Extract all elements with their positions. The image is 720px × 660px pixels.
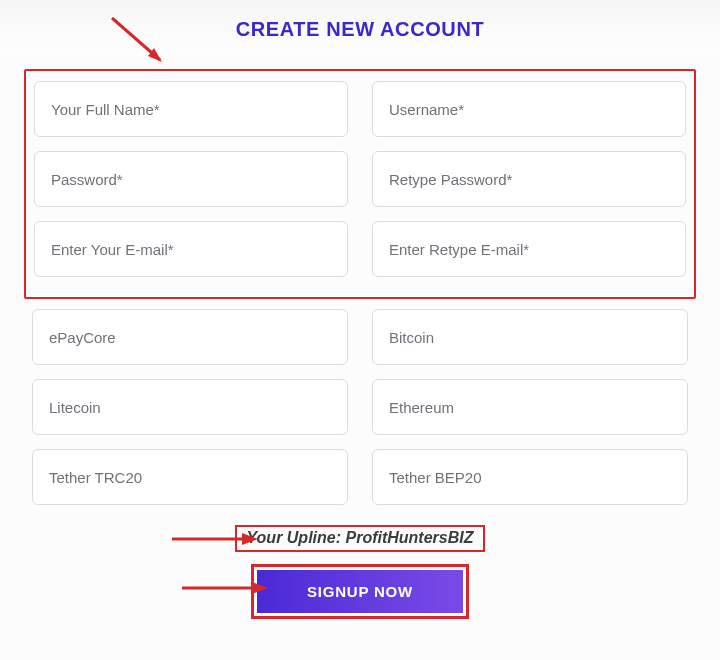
retype-password-field[interactable] <box>372 151 686 207</box>
password-input[interactable] <box>51 171 331 188</box>
page-title: CREATE NEW ACCOUNT <box>0 0 720 55</box>
retype-email-field[interactable] <box>372 221 686 277</box>
option-epaycore[interactable]: ePayCore <box>32 309 348 365</box>
option-tether-bep20[interactable]: Tether BEP20 <box>372 449 688 505</box>
signup-form: ePayCore Bitcoin Litecoin Ethereum Tethe… <box>0 69 720 619</box>
email-input[interactable] <box>51 241 331 258</box>
email-field[interactable] <box>34 221 348 277</box>
password-field[interactable] <box>34 151 348 207</box>
upline-label: Your Upline: ProfitHuntersBIZ <box>235 525 486 552</box>
signup-highlight: SIGNUP NOW <box>251 564 469 619</box>
option-litecoin[interactable]: Litecoin <box>32 379 348 435</box>
full-name-input[interactable] <box>51 101 331 118</box>
option-tether-trc20[interactable]: Tether TRC20 <box>32 449 348 505</box>
option-ethereum[interactable]: Ethereum <box>372 379 688 435</box>
required-fields-highlight <box>24 69 696 299</box>
full-name-field[interactable] <box>34 81 348 137</box>
payment-options: ePayCore Bitcoin Litecoin Ethereum Tethe… <box>24 299 696 505</box>
option-bitcoin[interactable]: Bitcoin <box>372 309 688 365</box>
retype-email-input[interactable] <box>389 241 669 258</box>
retype-password-input[interactable] <box>389 171 669 188</box>
signup-button[interactable]: SIGNUP NOW <box>257 570 463 613</box>
username-input[interactable] <box>389 101 669 118</box>
username-field[interactable] <box>372 81 686 137</box>
